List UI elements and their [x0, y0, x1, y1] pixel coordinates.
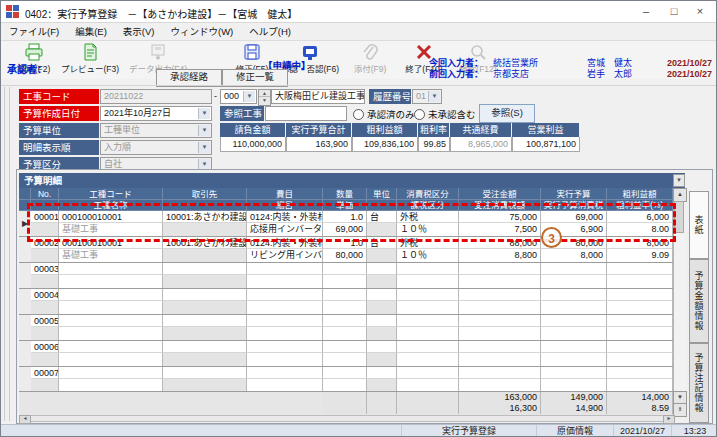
- scroll-right-icon[interactable]: ►: [663, 415, 675, 424]
- project-code-field[interactable]: 20211022: [100, 89, 212, 104]
- cell-order_amount[interactable]: 75,000: [459, 211, 541, 223]
- cell-tax_class[interactable]: [397, 301, 459, 314]
- cell-vendor-sub[interactable]: [163, 327, 247, 340]
- cell-vendor[interactable]: [163, 263, 247, 275]
- cell-budget_amount[interactable]: [541, 367, 607, 379]
- cell-unit[interactable]: [367, 341, 397, 353]
- cell-order_tax[interactable]: [459, 301, 541, 314]
- cell-profit_rate[interactable]: 9.09: [607, 249, 673, 262]
- cell-type_name[interactable]: 基礎工事: [59, 223, 163, 236]
- cell-vendor-sub[interactable]: [163, 353, 247, 366]
- preview-button[interactable]: プレビュー(F3): [55, 43, 125, 77]
- cell-unit[interactable]: [367, 367, 397, 379]
- cell-order_tax[interactable]: [459, 353, 541, 366]
- cell-detail[interactable]: [247, 301, 323, 314]
- cell-tax_class[interactable]: [397, 353, 459, 366]
- cell-detail[interactable]: 応接用インバータ: [247, 223, 323, 236]
- cell-order_amount[interactable]: [459, 315, 541, 327]
- cell-unit-sub[interactable]: [367, 249, 397, 262]
- grid-row-00004[interactable]: 00004: [19, 289, 673, 315]
- grid-title-chevron-down-icon[interactable]: ▼: [673, 174, 685, 187]
- cell-budget_tax[interactable]: [541, 301, 607, 314]
- cell-unit_price[interactable]: [323, 275, 367, 288]
- cell-tax_type[interactable]: [397, 289, 459, 301]
- cell-unit-sub[interactable]: [367, 223, 397, 236]
- cell-qty[interactable]: [323, 315, 367, 327]
- project-name-field[interactable]: 大阪梅田ビル建設工事: [271, 89, 365, 104]
- cell-order_tax[interactable]: [459, 327, 541, 340]
- cell-unit-sub[interactable]: [367, 353, 397, 366]
- branch-spinner[interactable]: ▲▼: [258, 89, 271, 106]
- detail-order-select[interactable]: 入力順▼: [100, 140, 212, 155]
- cell-profit_amount[interactable]: 8,000: [607, 237, 673, 249]
- cell-tax_class[interactable]: １０％: [397, 249, 459, 262]
- grid-row-00005[interactable]: 00005: [19, 315, 673, 341]
- cell-expense[interactable]: [247, 315, 323, 327]
- cell-no[interactable]: 00004: [31, 289, 59, 301]
- cell-unit[interactable]: [367, 263, 397, 275]
- cell-unit_price[interactable]: [323, 301, 367, 314]
- chevron-down-icon[interactable]: ▼: [428, 91, 440, 102]
- cell-type_code[interactable]: 000100010001: [59, 237, 163, 249]
- radio-approved-only[interactable]: 承認済のみ: [353, 107, 415, 121]
- cell-type_name[interactable]: 基礎工事: [59, 249, 163, 262]
- cell-unit[interactable]: [367, 289, 397, 301]
- cell-expense[interactable]: [247, 367, 323, 379]
- cell-no[interactable]: 00006: [31, 341, 59, 353]
- cell-no-sub[interactable]: [31, 223, 59, 236]
- chevron-down-icon[interactable]: ▼: [198, 142, 210, 153]
- minimize-button[interactable]: –: [632, 1, 660, 21]
- grid-row-00007[interactable]: 00007: [19, 367, 673, 392]
- cell-tax_class[interactable]: [397, 275, 459, 288]
- cell-budget_amount[interactable]: [541, 263, 607, 275]
- cell-vendor[interactable]: [163, 367, 247, 379]
- cell-order_amount[interactable]: [459, 367, 541, 379]
- reference-button[interactable]: 参照(S): [479, 104, 535, 123]
- cell-unit_price[interactable]: 69,000: [323, 223, 367, 236]
- cell-tax_type[interactable]: [397, 315, 459, 327]
- menu-item-0[interactable]: ファイル(F): [1, 23, 67, 41]
- cell-budget_amount[interactable]: [541, 341, 607, 353]
- grid-row-00006[interactable]: 00006: [19, 341, 673, 367]
- cell-profit_rate[interactable]: [607, 275, 673, 288]
- cell-qty[interactable]: [323, 367, 367, 379]
- cell-order_tax[interactable]: [459, 275, 541, 288]
- cell-qty[interactable]: 1.0: [323, 237, 367, 249]
- cell-type_name[interactable]: [59, 353, 163, 366]
- cell-no-sub[interactable]: [31, 301, 59, 314]
- cell-no-sub[interactable]: [31, 327, 59, 340]
- cell-type_code[interactable]: [59, 367, 163, 379]
- cell-order_tax[interactable]: 8,800: [459, 249, 541, 262]
- cell-tax_class[interactable]: １０％: [397, 223, 459, 236]
- cell-no[interactable]: 00005: [31, 315, 59, 327]
- side-tab-1[interactable]: 予算金額情報: [689, 259, 709, 343]
- cell-vendor[interactable]: [163, 341, 247, 353]
- cell-order_tax[interactable]: 7,500: [459, 223, 541, 236]
- cell-unit[interactable]: 台: [367, 237, 397, 249]
- cell-vendor[interactable]: [163, 289, 247, 301]
- budget-date-select[interactable]: 2021年10月27日▼: [100, 106, 212, 121]
- grid-row-00001[interactable]: ▶00001000100010001基礎工事10001:あさかわ建設0124:内…: [19, 211, 673, 237]
- cell-detail[interactable]: [247, 327, 323, 340]
- cell-qty[interactable]: [323, 289, 367, 301]
- spinner-down-icon[interactable]: ▼: [259, 97, 270, 103]
- cell-qty[interactable]: 1.0: [323, 211, 367, 223]
- cell-type_name[interactable]: [59, 327, 163, 340]
- cell-type_name[interactable]: [59, 301, 163, 314]
- cell-expense[interactable]: [247, 341, 323, 353]
- cell-type_code[interactable]: [59, 263, 163, 275]
- cell-profit_rate[interactable]: [607, 301, 673, 314]
- cell-no-sub[interactable]: [31, 275, 59, 288]
- cell-profit_rate[interactable]: 8.00: [607, 223, 673, 236]
- cell-profit_amount[interactable]: [607, 341, 673, 353]
- maximize-button[interactable]: □: [660, 1, 688, 21]
- spinner-up-icon[interactable]: ▲: [259, 90, 270, 97]
- cell-type_code[interactable]: 000100010001: [59, 211, 163, 223]
- cell-unit[interactable]: [367, 315, 397, 327]
- horizontal-scrollbar[interactable]: [19, 415, 673, 422]
- scroll-left-icon[interactable]: ◄: [19, 415, 31, 424]
- history-number-select[interactable]: 01▼: [412, 89, 442, 104]
- cell-tax_type[interactable]: 外税: [397, 237, 459, 249]
- cell-no[interactable]: 00007: [31, 367, 59, 379]
- budget-unit-select[interactable]: 工種単位▼: [100, 123, 212, 138]
